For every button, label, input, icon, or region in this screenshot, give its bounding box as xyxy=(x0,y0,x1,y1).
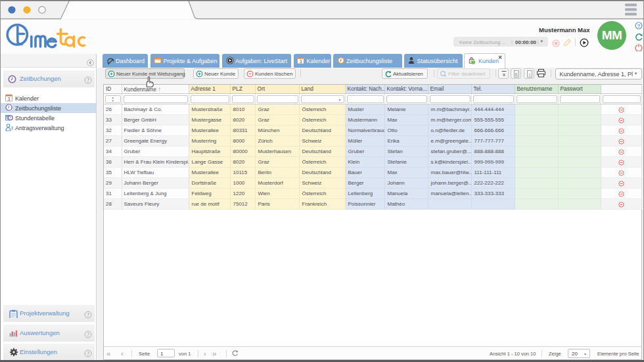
svg-text:?: ? xyxy=(87,351,89,357)
svg-text:3: 3 xyxy=(300,59,302,64)
svg-text:?: ? xyxy=(637,23,641,29)
svg-text:?: ? xyxy=(87,332,89,338)
svg-text:E: E xyxy=(515,72,518,76)
svg-text:3: 3 xyxy=(8,97,11,101)
svg-text:x: x xyxy=(503,71,505,77)
svg-text:?: ? xyxy=(87,78,89,83)
svg-text:?: ? xyxy=(87,312,89,318)
